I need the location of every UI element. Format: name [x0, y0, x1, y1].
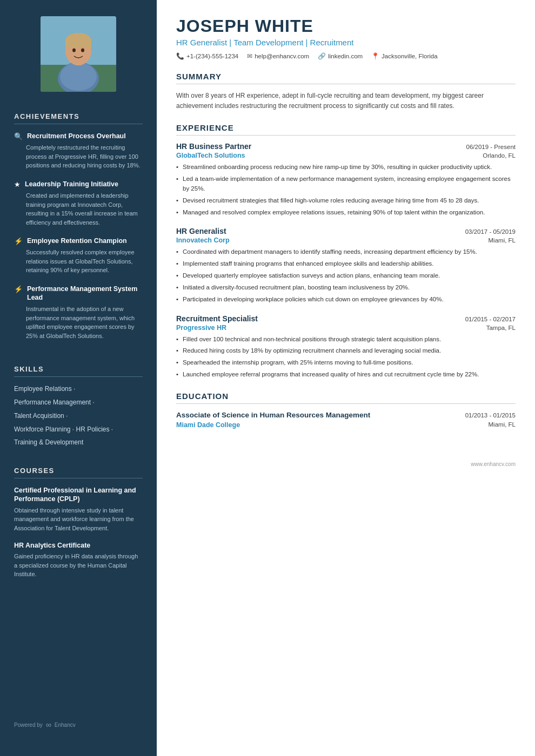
location-contact: 📍 Jacksonville, Florida — [371, 52, 438, 60]
exp-location: Tampa, FL — [486, 325, 516, 331]
svg-rect-8 — [65, 40, 91, 47]
bullet-item: Coordinated with department managers to … — [176, 247, 516, 257]
bolt-icon-2: ⚡ — [14, 285, 23, 293]
achievement-header: ⚡ Employee Retention Champion — [14, 237, 143, 245]
exp-header: HR Generalist 03/2017 - 05/2019 — [176, 227, 516, 235]
exp-date: 03/2017 - 05/2019 — [465, 228, 516, 235]
footer-url: www.enhancv.com — [471, 461, 516, 467]
exp-block-1: HR Business Partner 06/2019 - Present Gl… — [176, 142, 516, 217]
edu-block: Associate of Science in Human Resources … — [176, 410, 516, 429]
edu-school-row: Miami Dade College Miami, FL — [176, 421, 516, 429]
bolt-icon: ⚡ — [14, 237, 23, 245]
bullet-item: Reduced hiring costs by 18% by optimizin… — [176, 346, 516, 356]
achievement-item: ⚡ Performance Management System Lead Ins… — [14, 285, 143, 341]
skill-item: Workforce Planning · HR Policies · — [14, 425, 143, 434]
course-desc: Obtained through intensive study in tale… — [14, 506, 143, 533]
svg-point-10 — [81, 49, 84, 52]
skills-section: SKILLS Employee Relations · Performance … — [0, 355, 157, 457]
infinity-icon: ∞ — [46, 720, 51, 729]
exp-date: 01/2015 - 02/2017 — [465, 316, 516, 322]
bullet-item: Spearheaded the internship program, with… — [176, 358, 516, 368]
exp-location: Miami, FL — [489, 237, 516, 244]
experience-title: EXPERIENCE — [176, 123, 516, 136]
exp-block-2: HR Generalist 03/2017 - 05/2019 Innovate… — [176, 227, 516, 304]
achievement-header: ⚡ Performance Management System Lead — [14, 285, 143, 302]
exp-bullets: Streamlined onboarding process reducing … — [176, 163, 516, 217]
exp-company: GlobalTech Solutions — [176, 152, 245, 159]
achievement-desc: Completely restructured the recruiting p… — [14, 143, 143, 170]
contact-info: 📞 +1-(234)-555-1234 ✉ help@enhancv.com 🔗… — [176, 52, 516, 60]
bullet-item: Launched employee referral programs that… — [176, 370, 516, 380]
main-footer: www.enhancv.com — [176, 461, 516, 467]
star-icon: ★ — [14, 180, 21, 188]
phone-number: +1-(234)-555-1234 — [186, 53, 238, 59]
achievement-header: ★ Leadership Training Initiative — [14, 180, 143, 188]
bullet-item: Initiated a diversity-focused recruitmen… — [176, 283, 516, 293]
bullet-item: Led a team-wide implementation of a new … — [176, 174, 516, 194]
bullet-item: Participated in developing workplace pol… — [176, 295, 516, 305]
linkedin-url: linkedin.com — [328, 53, 363, 59]
skills-title: SKILLS — [14, 365, 143, 377]
achievement-item: 🔍 Recruitment Process Overhaul Completel… — [14, 132, 143, 170]
exp-company: Innovatech Corp — [176, 237, 230, 244]
bullet-item: Filled over 100 technical and non-techni… — [176, 335, 516, 345]
exp-company: Progressive HR — [176, 324, 226, 332]
skill-item: Employee Relations · — [14, 384, 143, 394]
education-section: EDUCATION Associate of Science in Human … — [176, 392, 516, 429]
exp-company-row: Progressive HR Tampa, FL — [176, 324, 516, 332]
education-title: EDUCATION — [176, 392, 516, 404]
exp-company-row: GlobalTech Solutions Orlando, FL — [176, 152, 516, 159]
location-text: Jacksonville, Florida — [382, 53, 438, 59]
exp-block-3: Recruitment Specialist 01/2015 - 02/2017… — [176, 314, 516, 380]
course-item: HR Analytics Certificate Gained proficie… — [14, 541, 143, 579]
skill-item: Training & Development — [14, 438, 143, 447]
achievement-item: ★ Leadership Training Initiative Created… — [14, 180, 143, 227]
exp-bullets: Coordinated with department managers to … — [176, 247, 516, 304]
course-title: HR Analytics Certificate — [14, 541, 143, 550]
achievements-section: ACHIEVEMENTS 🔍 Recruitment Process Overh… — [0, 103, 157, 355]
edu-school: Miami Dade College — [176, 421, 240, 429]
powered-by-label: Powered by — [14, 722, 43, 728]
bullet-item: Implemented staff training programs that… — [176, 259, 516, 269]
achievement-desc: Created and implemented a leadership tra… — [14, 191, 143, 227]
bullet-item: Managed and resolved complex employee re… — [176, 208, 516, 218]
exp-header: HR Business Partner 06/2019 - Present — [176, 142, 516, 151]
edu-header: Associate of Science in Human Resources … — [176, 410, 516, 420]
avatar-container — [0, 0, 157, 103]
achievement-desc: Successfully resolved complex employee r… — [14, 248, 143, 275]
summary-text: With over 8 years of HR experience, adep… — [176, 91, 516, 111]
location-icon: 📍 — [371, 52, 379, 60]
summary-section: SUMMARY With over 8 years of HR experien… — [176, 72, 516, 111]
edu-date: 01/2013 - 01/2015 — [465, 412, 516, 418]
avatar — [41, 16, 116, 92]
sidebar: ACHIEVEMENTS 🔍 Recruitment Process Overh… — [0, 0, 157, 756]
experience-section: EXPERIENCE HR Business Partner 06/2019 -… — [176, 123, 516, 379]
exp-date: 06/2019 - Present — [466, 144, 516, 150]
brand-name: Enhancv — [55, 722, 76, 728]
email-contact: ✉ help@enhancv.com — [247, 52, 309, 60]
exp-role: Recruitment Specialist — [176, 314, 258, 323]
job-title: HR Generalist | Team Development | Recru… — [176, 38, 516, 47]
exp-bullets: Filled over 100 technical and non-techni… — [176, 335, 516, 380]
achievement-desc: Instrumental in the adoption of a new pe… — [14, 305, 143, 340]
name-title-block: JOSEPH WHITE HR Generalist | Team Develo… — [176, 16, 516, 47]
achievement-item: ⚡ Employee Retention Champion Successful… — [14, 237, 143, 275]
courses-title: COURSES — [14, 467, 143, 478]
edu-location: Miami, FL — [489, 421, 516, 429]
course-desc: Gained proficiency in HR data analysis t… — [14, 552, 143, 579]
course-item: Certified Professional in Learning and P… — [14, 486, 143, 532]
exp-role: HR Generalist — [176, 227, 226, 235]
search-icon: 🔍 — [14, 132, 23, 140]
bullet-item: Streamlined onboarding process reducing … — [176, 163, 516, 172]
summary-title: SUMMARY — [176, 72, 516, 84]
achievement-title: Employee Retention Champion — [27, 237, 127, 245]
linkedin-icon: 🔗 — [318, 52, 326, 60]
edu-degree: Associate of Science in Human Resources … — [176, 410, 370, 420]
course-title: Certified Professional in Learning and P… — [14, 486, 143, 504]
exp-company-row: Innovatech Corp Miami, FL — [176, 237, 516, 244]
achievements-title: ACHIEVEMENTS — [14, 112, 143, 124]
exp-location: Orlando, FL — [483, 152, 516, 159]
linkedin-contact: 🔗 linkedin.com — [318, 52, 363, 60]
main-content: JOSEPH WHITE HR Generalist | Team Develo… — [157, 0, 535, 756]
email-icon: ✉ — [247, 52, 252, 60]
